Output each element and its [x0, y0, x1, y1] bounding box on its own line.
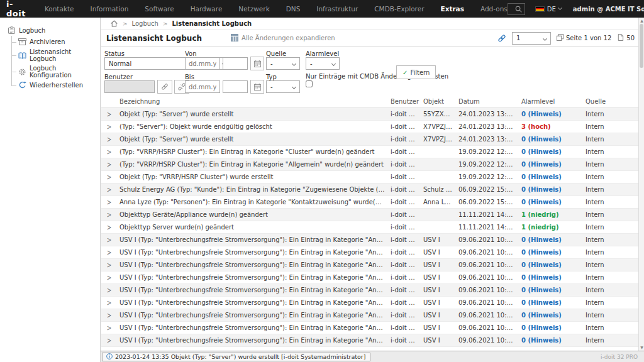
menu-item-software[interactable]: Software [145, 5, 174, 13]
home-icon[interactable] [110, 19, 118, 28]
expand-chevron-icon[interactable]: > [107, 261, 112, 269]
table-row[interactable]: > Anna Lyze (Typ: "Personen"): Ein Eintr… [101, 195, 638, 208]
expand-chevron-icon[interactable]: > [107, 299, 112, 307]
log-date: 11.11.2021 14:16:00 [456, 221, 519, 233]
expand-chevron-icon[interactable]: > [107, 286, 112, 294]
content-scrollbar[interactable]: ▲ ▼ [638, 18, 644, 351]
table-row[interactable]: > USV I (Typ: "Unterbrechungsfreie Strom… [101, 283, 638, 296]
scroll-up-icon[interactable]: ▲ [640, 18, 644, 23]
benutzer-assign-button[interactable] [157, 80, 172, 94]
bis-calendar-button[interactable] [250, 80, 264, 94]
cmdb-filter-checkbox[interactable] [306, 80, 313, 87]
table-row[interactable]: > USV I (Typ: "Unterbrechungsfreie Strom… [101, 334, 638, 346]
log-user: i-doit Syst... [388, 271, 421, 283]
menu-item-hardware[interactable]: Hardware [191, 5, 223, 13]
table-row[interactable]: > USV I (Typ: "Unterbrechungsfreie Strom… [101, 258, 638, 271]
expand-chevron-icon[interactable]: > [107, 135, 112, 143]
table-row[interactable]: > Objekt (Typ: "Server") wurde erstellt … [101, 107, 638, 120]
table-row[interactable]: > USV I (Typ: "Unterbrechungsfreie Strom… [101, 246, 638, 258]
menu-item-infrastruktur[interactable]: Infrastruktur [316, 5, 358, 13]
expand-chevron-icon[interactable]: > [107, 273, 112, 282]
menu-item-add-ons[interactable]: Add-ons [480, 5, 508, 13]
sidebar-item-listenansicht-logbuch[interactable]: Listenansicht Logbuch [11, 47, 97, 63]
typ-select[interactable]: - [266, 80, 300, 93]
von-label: Von [185, 50, 197, 57]
benutzer-input[interactable] [104, 80, 155, 93]
sidebar-item-label: Listenansicht Logbuch [30, 48, 97, 62]
log-user: i-doit Syst... [388, 120, 421, 133]
menu-item-cmdb-explorer[interactable]: CMDB-Explorer [374, 5, 424, 13]
von-time-input[interactable] [223, 57, 248, 70]
quelle-select[interactable]: - [266, 57, 300, 70]
table-row[interactable]: > USV I (Typ: "Unterbrechungsfreie Strom… [101, 296, 638, 309]
table-row[interactable]: > USV I (Typ: "Unterbrechungsfreie Strom… [101, 271, 638, 283]
expand-chevron-icon[interactable]: > [107, 211, 112, 219]
menu-item-netzwerk[interactable]: Netzwerk [238, 5, 269, 13]
permalink-icon[interactable] [497, 34, 506, 43]
table-row[interactable]: > USV I (Typ: "Unterbrechungsfreie Strom… [101, 321, 638, 334]
log-object: USV I [421, 334, 456, 346]
table-row[interactable]: > USV I (Typ: "Unterbrechungsfreie Strom… [101, 233, 638, 246]
sidebar-item-archivieren[interactable]: Archivieren [11, 36, 97, 47]
menu-item-information[interactable]: Information [91, 5, 129, 13]
expand-chevron-icon[interactable]: > [107, 148, 112, 156]
expand-all-toggle[interactable]: Alle Änderungen expandieren [231, 34, 335, 43]
quelle-label: Quelle [266, 50, 286, 57]
language-selector[interactable]: DE [535, 6, 562, 13]
file-icon [617, 34, 624, 42]
menu-item-kontakte[interactable]: Kontakte [45, 5, 74, 13]
topbar-menu: KontakteInformationSoftwareHardwareNetzw… [45, 5, 508, 13]
log-alarmlevel: 0 (Hinweis) [519, 195, 583, 208]
expand-chevron-icon[interactable]: > [107, 185, 112, 194]
expand-chevron-icon[interactable]: > [107, 336, 112, 344]
sidebar-item-logbuch-root[interactable]: Logbuch [8, 25, 97, 36]
von-calendar-button[interactable] [250, 57, 264, 70]
scroll-down-icon[interactable]: ▼ [640, 345, 644, 350]
expand-chevron-icon[interactable]: > [107, 223, 112, 231]
log-user: i-doit Syst... [388, 283, 421, 296]
log-object: X7VPZJVCEU [421, 133, 456, 145]
menu-item-extras[interactable]: Extras [440, 5, 464, 13]
search-icon[interactable] [514, 5, 523, 14]
table-row[interactable]: > Objekttyp Geräte/Appliance wurde(n) ge… [101, 208, 638, 221]
expand-chevron-icon[interactable]: > [107, 248, 112, 256]
log-object: Schulz Energy ... [421, 183, 456, 195]
expand-chevron-icon[interactable]: > [107, 160, 112, 168]
app-logo[interactable]: i-doit [6, 0, 26, 18]
sidebar-item-logbuch-konfiguration[interactable]: Logbuch Konfiguration [11, 63, 97, 80]
page-select[interactable]: 1 [512, 32, 551, 45]
alarmlevel-select[interactable]: - [306, 57, 340, 70]
table-row[interactable]: > (Typ: "VRRP/HSRP Cluster"): Ein Eintra… [101, 145, 638, 158]
log-user: i-doit Syst... [388, 208, 421, 221]
table-row[interactable]: > Objekt (Typ: "Server") wurde erstellt … [101, 133, 638, 145]
expand-chevron-icon[interactable]: > [107, 311, 112, 319]
log-description: Objekttyp Geräte/Appliance wurde(n) geän… [117, 208, 388, 221]
expand-chevron-icon[interactable]: > [107, 324, 112, 332]
log-description: Objekt (Typ: "Server") wurde erstellt [117, 133, 388, 145]
table-row[interactable]: > (Typ: "Server"): Objekt wurde endgülti… [101, 120, 638, 133]
menu-item-dns[interactable]: DNS [286, 5, 301, 13]
filter-button[interactable]: ✓ Filtern [396, 65, 436, 79]
breadcrumb-logbuch[interactable]: Logbuch [132, 20, 158, 27]
log-date: 09.06.2021 10:47:01 [456, 246, 519, 258]
scrollbar-thumb[interactable] [640, 24, 643, 68]
expand-chevron-icon[interactable]: > [107, 173, 112, 181]
table-row[interactable]: > Schulz Energy AG (Typ: "Kunde"): Ein E… [101, 183, 638, 195]
log-description: USV I (Typ: "Unterbrechungsfreie Stromve… [117, 283, 388, 296]
log-date: 19.09.2022 12:28:19 [456, 158, 519, 170]
log-alarmlevel: 0 (Hinweis) [519, 107, 583, 120]
expand-chevron-icon[interactable]: > [107, 110, 112, 118]
user-label[interactable]: admin @ ACME IT Solutions [573, 6, 644, 13]
sidebar-item-wiederherstellen[interactable]: Wiederherstellen [11, 80, 97, 90]
bis-time-input[interactable] [223, 80, 248, 93]
expand-chevron-icon[interactable]: > [107, 236, 112, 244]
log-date: 09.06.2021 10:46:48 [456, 283, 519, 296]
table-row[interactable]: > Objekt (Typ: "VRRP/HSRP Cluster") wurd… [101, 170, 638, 183]
table-row[interactable]: > (Typ: "VRRP/HSRP Cluster"): Ein Eintra… [101, 158, 638, 170]
von-date-input[interactable] [185, 57, 220, 70]
table-row[interactable]: > USV I (Typ: "Unterbrechungsfreie Strom… [101, 309, 638, 321]
table-row[interactable]: > Objekttyp Server wurde(n) geändert i-d… [101, 221, 638, 233]
expand-chevron-icon[interactable]: > [107, 123, 112, 131]
bis-date-input[interactable] [185, 80, 220, 93]
expand-chevron-icon[interactable]: > [107, 198, 112, 206]
